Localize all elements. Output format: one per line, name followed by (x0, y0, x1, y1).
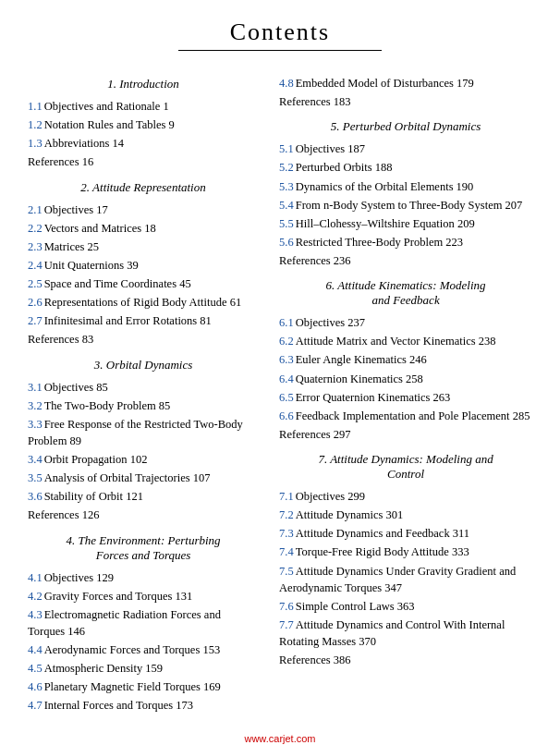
toc-entry-6-3: 6.3Euler Angle Kinematics 246 (279, 351, 532, 368)
toc-entry-6-2: 6.2Attitude Matrix and Vector Kinematics… (279, 333, 532, 349)
toc-entry-5-1: 5.1Objectives 187 (279, 140, 532, 157)
toc-entry-3-1: 3.1Objectives 85 (28, 379, 259, 396)
toc-entry-3-5: 3.5Analysis of Orbital Trajectories 107 (28, 470, 259, 486)
toc-entry-7-4: 7.4Torque-Free Rigid Body Attitude 333 (279, 543, 532, 560)
toc-entry-1-1: 1.1Objectives and Rationale 1 (28, 98, 259, 115)
section-5-title: 5. Perturbed Orbital Dynamics (279, 119, 532, 134)
section-4: 4. The Environment: PerturbingForces and… (28, 533, 259, 714)
toc-entry-4-6: 4.6Planetary Magnetic Field Torques 169 (28, 678, 259, 695)
ref-6: References 297 (279, 426, 532, 443)
ref-7: References 386 (279, 652, 532, 668)
toc-entry-7-6: 7.6Simple Control Laws 363 (279, 598, 532, 615)
section-6: 6. Attitude Kinematics: Modelingand Feed… (279, 278, 532, 443)
toc-entry-4-8: 4.8Embedded Model of Disturbances 179 (279, 75, 532, 92)
ref-2: References 83 (28, 331, 259, 348)
left-column: 1. Introduction 1.1Objectives and Ration… (28, 67, 270, 716)
section-1: 1. Introduction 1.1Objectives and Ration… (28, 77, 259, 171)
toc-entry-4-3: 4.3Electromagnetic Radiation Forces and … (28, 606, 259, 640)
toc-entry-4-1: 4.1Objectives 129 (28, 569, 259, 586)
toc-entry-5-2: 5.2Perturbed Orbits 188 (279, 159, 532, 176)
section-2: 2. Attitude Representation 2.1Objectives… (28, 180, 259, 348)
toc-entry-6-4: 6.4Quaternion Kinematics 258 (279, 371, 532, 387)
toc-entry-6-1: 6.1Objectives 237 (279, 314, 532, 331)
toc-entry-7-7: 7.7Attitude Dynamics and Control With In… (279, 617, 532, 650)
contents-layout: 1. Introduction 1.1Objectives and Ration… (28, 67, 532, 716)
toc-entry-4-5: 4.5Atmospheric Density 159 (28, 660, 259, 677)
section-5: 5. Perturbed Orbital Dynamics 5.1Objecti… (279, 119, 532, 269)
toc-entry-7-3: 7.3Attitude Dynamics and Feedback 311 (279, 525, 532, 542)
toc-entry-6-5: 6.5Error Quaternion Kinematics 263 (279, 389, 532, 406)
toc-entry-2-1: 2.1Objectives 17 (28, 202, 259, 218)
toc-entry-5-4: 5.4From n-Body System to Three-Body Syst… (279, 197, 532, 214)
ref-1: References 16 (28, 153, 259, 170)
toc-entry-7-5: 7.5Attitude Dynamics Under Gravity Gradi… (279, 563, 532, 596)
section-6-title: 6. Attitude Kinematics: Modelingand Feed… (279, 278, 532, 308)
toc-entry-7-2: 7.2Attitude Dynamics 301 (279, 507, 532, 523)
toc-entry-4-7: 4.7Internal Forces and Torques 173 (28, 697, 259, 714)
page-title: Contents (28, 18, 532, 46)
section-3-title: 3. Orbital Dynamics (28, 358, 259, 372)
toc-entry-4-4: 4.4Aerodynamic Forces and Torques 153 (28, 641, 259, 658)
toc-entry-3-2: 3.2The Two-Body Problem 85 (28, 397, 259, 414)
toc-entry-5-6: 5.6Restricted Three-Body Problem 223 (279, 234, 532, 250)
section-4-cont: 4.8Embedded Model of Disturbances 179 Re… (279, 75, 532, 110)
toc-entry-1-3: 1.3Abbreviations 14 (28, 135, 259, 152)
toc-entry-3-3: 3.3Free Response of the Restricted Two-B… (28, 416, 259, 449)
toc-entry-2-6: 2.6Representations of Rigid Body Attitud… (28, 294, 259, 311)
section-2-title: 2. Attitude Representation (28, 180, 259, 195)
toc-entry-1-2: 1.2Notation Rules and Tables 9 (28, 116, 259, 133)
toc-entry-5-3: 5.3Dynamics of the Orbital Elements 190 (279, 178, 532, 195)
watermark: www.carjet.com (28, 733, 532, 744)
toc-entry-6-6: 6.6Feedback Implementation and Pole Plac… (279, 408, 532, 424)
toc-entry-2-2: 2.2Vectors and Matrices 18 (28, 220, 259, 237)
ref-4: References 183 (279, 93, 532, 110)
toc-entry-2-4: 2.4Unit Quaternions 39 (28, 257, 259, 274)
section-4-title: 4. The Environment: PerturbingForces and… (28, 533, 259, 563)
toc-entry-5-5: 5.5Hill–Clohessy–Wiltshire Equation 209 (279, 215, 532, 232)
section-7-title: 7. Attitude Dynamics: Modeling andContro… (279, 452, 532, 482)
ref-3: References 126 (28, 507, 259, 523)
section-7: 7. Attitude Dynamics: Modeling andContro… (279, 452, 532, 668)
right-column: 4.8Embedded Model of Disturbances 179 Re… (270, 67, 532, 716)
section-1-title: 1. Introduction (28, 77, 259, 92)
toc-entry-2-3: 2.3Matrices 25 (28, 238, 259, 255)
toc-entry-3-6: 3.6Stability of Orbit 121 (28, 488, 259, 505)
toc-entry-2-7: 2.7Infinitesimal and Error Rotations 81 (28, 312, 259, 329)
toc-entry-2-5: 2.5Space and Time Coordinates 45 (28, 275, 259, 292)
toc-entry-7-1: 7.1Objectives 299 (279, 488, 532, 505)
section-3: 3. Orbital Dynamics 3.1Objectives 85 3.2… (28, 358, 259, 524)
ref-5: References 236 (279, 252, 532, 269)
toc-entry-4-2: 4.2Gravity Forces and Torques 131 (28, 588, 259, 605)
title-divider (178, 50, 382, 51)
toc-entry-3-4: 3.4Orbit Propagation 102 (28, 451, 259, 468)
